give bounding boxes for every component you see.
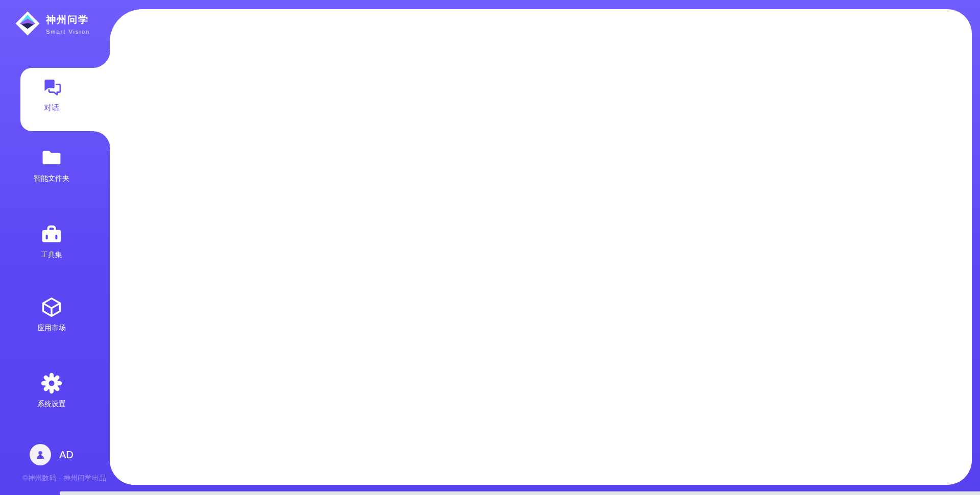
sidebar-item-settings[interactable]: 系统设置: [0, 372, 103, 409]
gear-icon: [40, 372, 63, 394]
sidebar-item-label: 智能文件夹: [0, 174, 103, 183]
tab-curve-top: [92, 50, 110, 68]
diamond-logo-icon: [15, 11, 40, 36]
sidebar-item-app-market[interactable]: 应用市场: [0, 296, 103, 333]
sidebar-item-chat[interactable]: 对话: [0, 76, 103, 113]
sidebar-item-toolset[interactable]: 工具集: [0, 223, 103, 260]
sidebar-item-label: 对话: [0, 103, 103, 113]
sidebar-item-label: 应用市场: [0, 324, 103, 333]
brand-subtitle: Smart Vision: [46, 29, 90, 35]
main-panel: [110, 9, 972, 485]
chat-icon: [40, 76, 63, 98]
bottom-edge-strip: [60, 491, 980, 495]
cube-icon: [40, 296, 63, 318]
sidebar-item-label: 系统设置: [0, 400, 103, 409]
person-icon: [34, 449, 46, 461]
brand-name: 神州问学: [46, 13, 90, 27]
avatar: [30, 444, 51, 465]
folder-icon: [40, 146, 63, 169]
sidebar-footer: ©神州数码 · 神州问学出品: [22, 474, 106, 483]
brand: 神州问学 Smart Vision: [15, 11, 90, 36]
sidebar-item-label: 工具集: [0, 251, 103, 260]
sidebar-item-smart-folder[interactable]: 智能文件夹: [0, 146, 103, 183]
user-initials: AD: [59, 449, 74, 461]
user-account[interactable]: AD: [30, 444, 74, 465]
toolbox-icon: [40, 223, 63, 245]
